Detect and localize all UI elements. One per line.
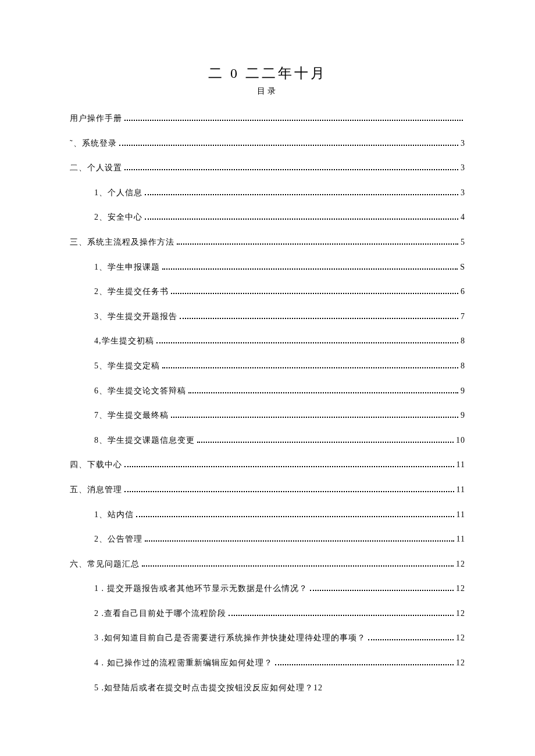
toc-label: 2 .查看自己目前处于哪个流程阶段 <box>94 608 226 619</box>
toc-entry: 4 . 如已操作过的流程需重新编辑应如何处理？12 <box>70 657 465 669</box>
toc-entry: 五、消息管理11 <box>70 484 465 496</box>
toc-page-number: S <box>460 261 465 273</box>
toc-leader-dots <box>124 491 454 492</box>
toc-entry: 5、学生提交定稿8 <box>70 360 465 372</box>
toc-label: 5、学生提交定稿 <box>94 360 160 372</box>
toc-entry: 四、下载中心11 <box>70 459 465 471</box>
toc-label: 1、个人信息 <box>94 187 142 199</box>
toc-page-number: 3 <box>461 138 465 149</box>
toc-leader-dots <box>197 442 454 443</box>
toc-leader-dots <box>145 218 458 220</box>
toc-entry: 6、学生提交论文答辩稿9 <box>70 385 465 397</box>
toc-entry: ˜、系统登录3 <box>70 138 465 149</box>
toc-entry: 3、学生提交开题报告7 <box>70 311 465 323</box>
toc-entry: 1、个人信息3 <box>70 187 465 199</box>
toc-entry: 7、学生提交最终稿9 <box>70 410 465 421</box>
toc-label: 五、消息管理 <box>70 484 122 496</box>
toc-label: 5 .如登陆后或者在提交时点击提交按钮没反应如何处理？12 <box>94 682 323 694</box>
toc-label: 7、学生提交最终稿 <box>94 410 169 421</box>
toc-entry: 2、安全中心4 <box>70 212 465 223</box>
toc-page-number: 3 <box>461 162 465 174</box>
toc-label: 4 . 如已操作过的流程需重新编辑应如何处理？ <box>94 657 273 669</box>
toc-label: 六、常见问题汇总 <box>70 558 140 570</box>
toc-label: 三、系统主流程及操作方法 <box>70 237 174 248</box>
toc-page-number: 6 <box>461 286 465 298</box>
toc-leader-dots <box>124 120 463 121</box>
toc-label: 二、个人设置 <box>70 162 122 174</box>
toc-label: 1、学生申报课题 <box>94 261 160 273</box>
toc-label: 2、安全中心 <box>94 212 142 223</box>
toc-entry: 1、站内信11 <box>70 509 465 521</box>
toc-leader-dots <box>188 392 458 393</box>
document-title: 二 0 二二年十月 <box>70 64 465 83</box>
toc-entry: 2 .查看自己目前处于哪个流程阶段12 <box>70 608 465 619</box>
document-subtitle: 目录 <box>70 86 465 96</box>
toc-entry: 1 . 提交开题报告或者其他环节显示无数据是什么情况？12 <box>70 583 465 594</box>
toc-label: 1 . 提交开题报告或者其他环节显示无数据是什么情况？ <box>94 583 308 594</box>
toc-entry: 3 .如何知道目前自己是否需要进行系统操作并快捷处理待处理的事项？12 <box>70 632 465 644</box>
toc-leader-dots <box>275 664 454 665</box>
toc-page-number: 8 <box>461 335 465 347</box>
toc-leader-dots <box>156 342 459 343</box>
toc-label: 3 .如何知道目前自己是否需要进行系统操作并快捷处理待处理的事项？ <box>94 632 366 644</box>
toc-page-number: 7 <box>461 311 465 323</box>
toc-leader-dots <box>142 565 454 567</box>
toc-entry: 三、系统主流程及操作方法5 <box>70 237 465 248</box>
toc-page-number: 9 <box>461 385 465 397</box>
toc-page-number: 9 <box>461 410 465 421</box>
toc-page-number: 11 <box>456 484 465 496</box>
toc-page-number: 3 <box>461 187 465 199</box>
toc-label: 8、学生提交课题信息变更 <box>94 435 195 446</box>
toc-leader-dots <box>229 615 454 616</box>
toc-entry: 4,学生提交初稿8 <box>70 335 465 347</box>
toc-entry: 5 .如登陆后或者在提交时点击提交按钮没反应如何处理？12 <box>70 682 465 694</box>
toc-leader-dots <box>171 293 458 294</box>
toc-leader-dots <box>310 590 454 591</box>
toc-page-number: 12 <box>456 608 465 619</box>
toc-label: 2、学生提交任务书 <box>94 286 169 298</box>
toc-label: 4,学生提交初稿 <box>94 335 154 347</box>
toc-leader-dots <box>124 169 458 170</box>
toc-leader-dots <box>136 516 454 517</box>
toc-label: ˜、系统登录 <box>70 138 117 149</box>
toc-entry: 二、个人设置3 <box>70 162 465 174</box>
toc-entry: 2、学生提交任务书6 <box>70 286 465 298</box>
toc-entry: 8、学生提交课题信息变更10 <box>70 435 465 446</box>
toc-entry: 2、公告管理11 <box>70 533 465 545</box>
toc-label: 用户操作手册 <box>70 113 122 124</box>
toc-label: 四、下载中心 <box>70 459 122 471</box>
toc-page-number: 5 <box>461 237 465 248</box>
toc-entry: 用户操作手册 <box>70 113 465 124</box>
toc-page-number: 11 <box>456 533 465 545</box>
toc-leader-dots <box>162 268 458 270</box>
toc-leader-dots <box>119 145 458 146</box>
toc-entry: 六、常见问题汇总12 <box>70 558 465 570</box>
toc-page-number: 12 <box>456 558 465 570</box>
toc-leader-dots <box>124 466 454 467</box>
toc-label: 1、站内信 <box>94 509 134 521</box>
toc-label: 2、公告管理 <box>94 533 142 545</box>
toc-leader-dots <box>180 318 458 319</box>
toc-page-number: 11 <box>456 459 465 471</box>
table-of-contents: 用户操作手册˜、系统登录3二、个人设置31、个人信息32、安全中心4三、系统主流… <box>70 113 465 693</box>
toc-page-number: 8 <box>461 360 465 372</box>
toc-leader-dots <box>171 417 458 418</box>
toc-page-number: 4 <box>461 212 465 223</box>
toc-page-number: 11 <box>456 509 465 521</box>
toc-leader-dots <box>368 639 454 640</box>
toc-page-number: 12 <box>456 657 465 669</box>
toc-page-number: 12 <box>456 632 465 644</box>
toc-page-number: 12 <box>456 583 465 594</box>
toc-label: 3、学生提交开题报告 <box>94 311 177 323</box>
toc-page-number: 10 <box>456 435 465 446</box>
toc-leader-dots <box>162 367 458 368</box>
toc-leader-dots <box>177 243 458 245</box>
toc-label: 6、学生提交论文答辩稿 <box>94 385 186 397</box>
toc-entry: 1、学生申报课题S <box>70 261 465 273</box>
toc-leader-dots <box>145 194 458 195</box>
toc-leader-dots <box>145 540 454 542</box>
